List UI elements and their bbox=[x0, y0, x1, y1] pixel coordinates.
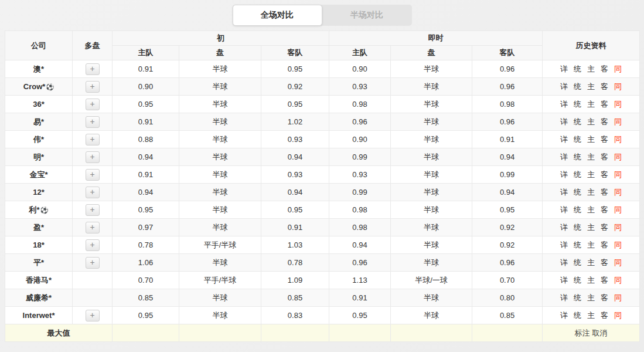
history-away-link[interactable]: 客 bbox=[601, 293, 608, 302]
initial-away-odds: 0.85 bbox=[261, 289, 329, 307]
col-header-live-handicap: 盘 bbox=[391, 46, 472, 60]
history-home-link[interactable]: 主 bbox=[587, 311, 595, 320]
history-same-link[interactable]: 同 bbox=[614, 82, 622, 91]
history-stats-link[interactable]: 统 bbox=[574, 135, 581, 144]
history-same-link[interactable]: 同 bbox=[614, 153, 622, 161]
expand-multi-button[interactable]: + bbox=[86, 222, 100, 233]
history-away-link[interactable]: 客 bbox=[601, 82, 608, 91]
history-home-link[interactable]: 主 bbox=[587, 293, 595, 302]
history-stats-link[interactable]: 统 bbox=[574, 153, 581, 161]
history-home-link[interactable]: 主 bbox=[587, 135, 595, 144]
history-stats-link[interactable]: 统 bbox=[574, 82, 581, 91]
history-away-link[interactable]: 客 bbox=[601, 170, 608, 179]
history-detail-link[interactable]: 详 bbox=[560, 276, 568, 285]
history-away-link[interactable]: 客 bbox=[601, 241, 608, 249]
expand-multi-button[interactable]: + bbox=[86, 134, 100, 145]
history-detail-link[interactable]: 详 bbox=[560, 241, 568, 249]
history-home-link[interactable]: 主 bbox=[587, 276, 595, 285]
history-away-link[interactable]: 客 bbox=[601, 100, 608, 109]
history-stats-link[interactable]: 统 bbox=[574, 311, 581, 320]
history-detail-link[interactable]: 详 bbox=[560, 188, 568, 197]
history-home-link[interactable]: 主 bbox=[587, 153, 595, 161]
history-home-link[interactable]: 主 bbox=[587, 241, 595, 249]
company-name: 伟* bbox=[33, 135, 44, 144]
history-links-cell: 详统主客同 bbox=[543, 219, 640, 236]
history-same-link[interactable]: 同 bbox=[614, 170, 622, 179]
mark-link[interactable]: 标注 bbox=[575, 329, 590, 337]
history-stats-link[interactable]: 统 bbox=[574, 241, 581, 249]
expand-multi-button[interactable]: + bbox=[86, 257, 100, 269]
tab-full-match-comparison[interactable]: 全场对比 bbox=[233, 5, 322, 26]
history-home-link[interactable]: 主 bbox=[587, 82, 595, 91]
expand-multi-button[interactable]: + bbox=[86, 63, 100, 75]
history-detail-link[interactable]: 详 bbox=[560, 258, 568, 267]
history-detail-link[interactable]: 详 bbox=[560, 170, 568, 179]
history-away-link[interactable]: 客 bbox=[601, 258, 608, 267]
history-detail-link[interactable]: 详 bbox=[560, 293, 568, 302]
history-same-link[interactable]: 同 bbox=[614, 223, 622, 232]
history-home-link[interactable]: 主 bbox=[587, 258, 595, 267]
history-stats-link[interactable]: 统 bbox=[574, 170, 581, 179]
history-home-link[interactable]: 主 bbox=[587, 65, 595, 73]
history-same-link[interactable]: 同 bbox=[614, 65, 622, 73]
history-away-link[interactable]: 客 bbox=[601, 188, 608, 197]
history-same-link[interactable]: 同 bbox=[614, 135, 622, 144]
history-stats-link[interactable]: 统 bbox=[574, 258, 581, 267]
expand-multi-button[interactable]: + bbox=[86, 310, 100, 321]
tab-half-match-comparison[interactable]: 半场对比 bbox=[322, 5, 412, 26]
history-detail-link[interactable]: 详 bbox=[560, 223, 568, 232]
expand-multi-button[interactable]: + bbox=[86, 204, 100, 216]
expand-multi-button[interactable]: + bbox=[86, 239, 100, 251]
history-stats-link[interactable]: 统 bbox=[574, 293, 581, 302]
history-detail-link[interactable]: 详 bbox=[560, 82, 568, 91]
history-away-link[interactable]: 客 bbox=[601, 153, 608, 161]
history-same-link[interactable]: 同 bbox=[614, 311, 622, 320]
expand-multi-button[interactable]: + bbox=[86, 151, 100, 163]
expand-multi-button[interactable]: + bbox=[86, 169, 100, 181]
history-away-link[interactable]: 客 bbox=[601, 65, 608, 73]
history-away-link[interactable]: 客 bbox=[601, 205, 608, 214]
cancel-link[interactable]: 取消 bbox=[592, 329, 608, 337]
expand-multi-button[interactable]: + bbox=[86, 187, 100, 198]
history-away-link[interactable]: 客 bbox=[601, 276, 608, 285]
history-stats-link[interactable]: 统 bbox=[574, 188, 581, 197]
company-name: 金宝* bbox=[29, 170, 47, 179]
col-header-history: 历史资料 bbox=[543, 31, 640, 60]
history-home-link[interactable]: 主 bbox=[587, 188, 595, 197]
history-same-link[interactable]: 同 bbox=[614, 205, 622, 214]
history-detail-link[interactable]: 详 bbox=[560, 153, 568, 161]
history-away-link[interactable]: 客 bbox=[601, 135, 608, 144]
history-detail-link[interactable]: 详 bbox=[560, 100, 568, 109]
history-stats-link[interactable]: 统 bbox=[574, 65, 581, 73]
expand-multi-button[interactable]: + bbox=[86, 81, 100, 93]
history-same-link[interactable]: 同 bbox=[614, 241, 622, 249]
history-home-link[interactable]: 主 bbox=[587, 100, 595, 109]
history-stats-link[interactable]: 统 bbox=[574, 100, 581, 109]
history-detail-link[interactable]: 详 bbox=[560, 65, 568, 73]
expand-multi-button[interactable]: + bbox=[86, 116, 100, 128]
history-home-link[interactable]: 主 bbox=[587, 117, 595, 126]
history-home-link[interactable]: 主 bbox=[587, 170, 595, 179]
history-stats-link[interactable]: 统 bbox=[574, 276, 581, 285]
history-detail-link[interactable]: 详 bbox=[560, 205, 568, 214]
history-home-link[interactable]: 主 bbox=[587, 205, 595, 214]
expand-multi-button[interactable]: + bbox=[86, 99, 100, 110]
history-away-link[interactable]: 客 bbox=[601, 117, 608, 126]
history-same-link[interactable]: 同 bbox=[614, 100, 622, 109]
history-stats-link[interactable]: 统 bbox=[574, 223, 581, 232]
history-same-link[interactable]: 同 bbox=[614, 258, 622, 267]
initial-away-odds: 1.09 bbox=[261, 272, 329, 289]
history-away-link[interactable]: 客 bbox=[601, 223, 608, 232]
history-detail-link[interactable]: 详 bbox=[560, 117, 568, 126]
history-away-link[interactable]: 客 bbox=[601, 311, 608, 320]
history-stats-link[interactable]: 统 bbox=[574, 205, 581, 214]
history-stats-link[interactable]: 统 bbox=[574, 117, 581, 126]
history-detail-link[interactable]: 详 bbox=[560, 135, 568, 144]
history-detail-link[interactable]: 详 bbox=[560, 311, 568, 320]
history-home-link[interactable]: 主 bbox=[587, 223, 595, 232]
history-same-link[interactable]: 同 bbox=[614, 276, 622, 285]
footer-cell bbox=[261, 324, 329, 342]
history-same-link[interactable]: 同 bbox=[614, 188, 622, 197]
history-same-link[interactable]: 同 bbox=[614, 293, 622, 302]
history-same-link[interactable]: 同 bbox=[614, 117, 622, 126]
